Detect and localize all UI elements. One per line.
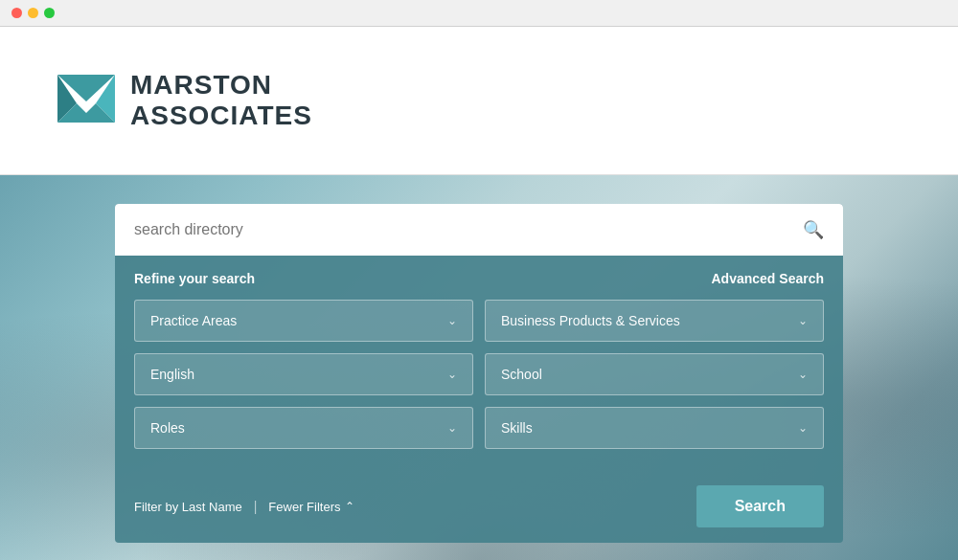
refine-label: Refine your search bbox=[134, 271, 255, 286]
search-input[interactable] bbox=[115, 204, 784, 256]
filter-last-name-link[interactable]: Filter by Last Name bbox=[134, 500, 242, 514]
roles-dropdown[interactable]: Roles ⌄ bbox=[134, 407, 473, 449]
business-products-dropdown[interactable]: Business Products & Services ⌄ bbox=[485, 300, 824, 342]
refine-header: Refine your search Advanced Search bbox=[134, 271, 824, 286]
window-chrome bbox=[0, 0, 958, 27]
filters-grid: Practice Areas ⌄ Business Products & Ser… bbox=[134, 300, 824, 449]
fewer-filters-chevron-up: ⌃ bbox=[345, 500, 354, 513]
practice-areas-chevron: ⌄ bbox=[447, 314, 457, 327]
business-products-chevron: ⌄ bbox=[798, 314, 808, 327]
practice-areas-label: Practice Areas bbox=[150, 313, 237, 328]
school-chevron: ⌄ bbox=[798, 368, 808, 381]
english-chevron: ⌄ bbox=[447, 368, 457, 381]
pipe-divider: | bbox=[254, 499, 258, 514]
search-icon: 🔍 bbox=[803, 220, 824, 239]
search-panel: 🔍 Refine your search Advanced Search Pra… bbox=[115, 204, 843, 543]
skills-label: Skills bbox=[501, 420, 533, 436]
search-button[interactable]: Search bbox=[696, 485, 824, 527]
english-dropdown[interactable]: English ⌄ bbox=[134, 353, 473, 395]
close-dot[interactable] bbox=[11, 8, 22, 18]
logo-text: MARSTON ASSOCIATES bbox=[130, 70, 312, 131]
skills-chevron: ⌄ bbox=[798, 421, 808, 435]
english-label: English bbox=[150, 367, 194, 382]
hero-section: 🔍 Refine your search Advanced Search Pra… bbox=[0, 175, 958, 560]
roles-label: Roles bbox=[150, 420, 185, 436]
logo-icon bbox=[57, 75, 115, 127]
refine-area: Refine your search Advanced Search Pract… bbox=[115, 256, 843, 468]
search-input-row: 🔍 bbox=[115, 204, 843, 256]
business-products-label: Business Products & Services bbox=[501, 313, 680, 328]
roles-chevron: ⌄ bbox=[447, 421, 457, 435]
fewer-filters-link[interactable]: Fewer Filters ⌃ bbox=[268, 500, 354, 514]
maximize-dot[interactable] bbox=[44, 8, 55, 18]
practice-areas-dropdown[interactable]: Practice Areas ⌄ bbox=[134, 300, 473, 342]
header: MARSTON ASSOCIATES bbox=[0, 27, 958, 175]
logo: MARSTON ASSOCIATES bbox=[57, 70, 312, 131]
bottom-bar: Filter by Last Name | Fewer Filters ⌃ Se… bbox=[115, 468, 843, 543]
school-label: School bbox=[501, 367, 542, 382]
fewer-filters-label: Fewer Filters bbox=[268, 500, 340, 514]
bottom-left: Filter by Last Name | Fewer Filters ⌃ bbox=[134, 499, 354, 514]
advanced-search-link[interactable]: Advanced Search bbox=[712, 271, 825, 286]
minimize-dot[interactable] bbox=[28, 8, 38, 18]
school-dropdown[interactable]: School ⌄ bbox=[485, 353, 824, 395]
skills-dropdown[interactable]: Skills ⌄ bbox=[485, 407, 824, 449]
search-icon-button[interactable]: 🔍 bbox=[784, 204, 843, 256]
